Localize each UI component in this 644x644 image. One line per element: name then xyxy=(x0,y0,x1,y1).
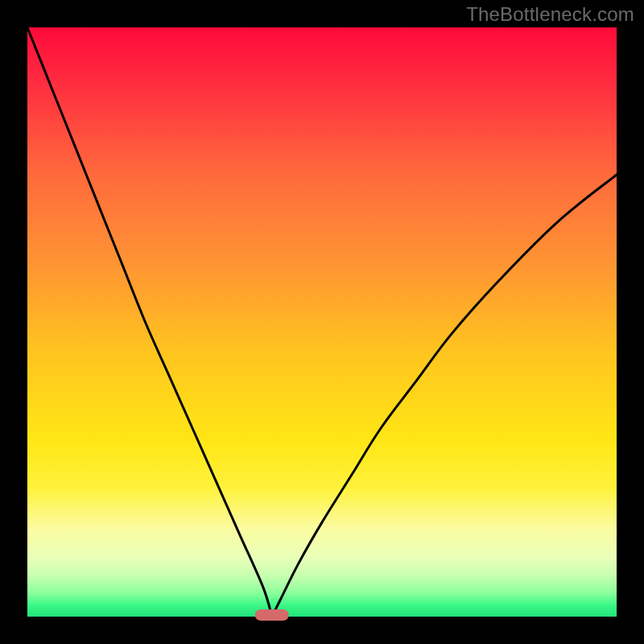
plot-area xyxy=(27,27,617,621)
bottleneck-chart xyxy=(0,0,644,644)
watermark-text: TheBottleneck.com xyxy=(466,3,634,26)
chart-frame: TheBottleneck.com xyxy=(0,0,644,644)
gradient-background xyxy=(27,27,617,617)
optimum-marker xyxy=(255,609,289,621)
